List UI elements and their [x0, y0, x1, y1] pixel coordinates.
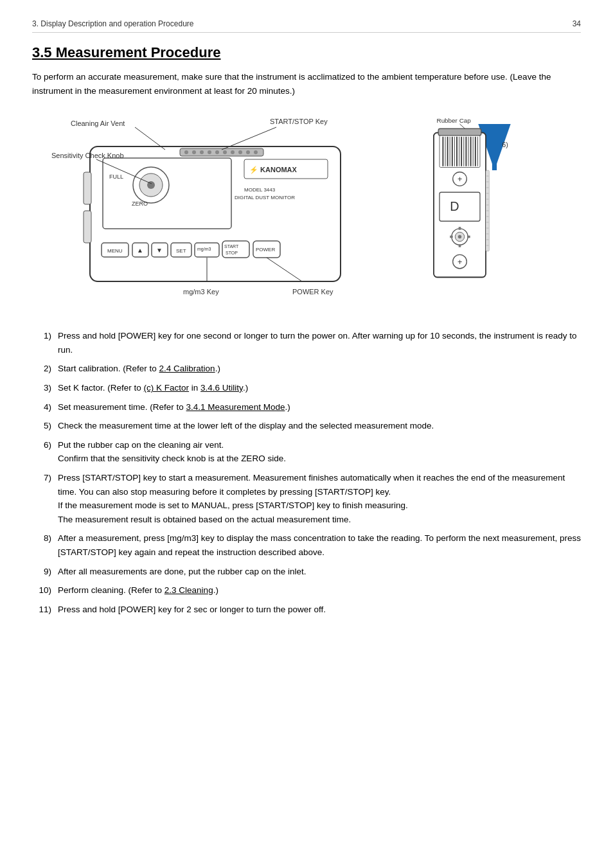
- svg-rect-82: [450, 236, 453, 238]
- link-cleaning[interactable]: 2.3 Cleaning: [164, 585, 213, 595]
- instruction-num: 4): [32, 400, 51, 414]
- instruction-num: 8): [32, 531, 51, 545]
- instruction-num: 2): [32, 362, 51, 376]
- instruction-content: Check the measurement time at the lower …: [58, 419, 581, 433]
- instructions-list: 1) Press and hold [POWER] key for one se…: [32, 329, 581, 616]
- svg-rect-75: [440, 192, 480, 221]
- svg-point-29: [200, 150, 204, 154]
- svg-text:MENU: MENU: [107, 248, 123, 254]
- instruction-9: 9) After all measurements are done, put …: [32, 565, 581, 579]
- link-k-factor[interactable]: (c) K Factor: [144, 383, 190, 393]
- instruction-1: 1) Press and hold [POWER] key for one se…: [32, 329, 581, 357]
- svg-rect-56: [440, 136, 480, 168]
- svg-point-35: [246, 150, 250, 154]
- svg-text:STOP: STOP: [226, 251, 238, 255]
- device-diagram: FULL ZERO ⚡ KANOMAX MODEL 3443 DIGITAL D…: [32, 108, 392, 314]
- svg-text:6): 6): [502, 141, 508, 148]
- svg-rect-83: [467, 236, 470, 238]
- instruction-content: Set K factor. (Refer to (c) K Factor in …: [58, 381, 581, 395]
- svg-rect-55: [438, 128, 481, 136]
- instruction-num: 5): [32, 419, 51, 433]
- instruction-6: 6) Put the rubber cap on the cleaning ai…: [32, 438, 581, 466]
- side-diagram: Rubber Cap 6): [405, 108, 520, 314]
- svg-point-31: [215, 150, 219, 154]
- svg-rect-38: [84, 211, 91, 243]
- svg-text:MODEL 3443: MODEL 3443: [244, 187, 276, 193]
- instruction-10: 10) Perform cleaning. (Refer to 2.3 Clea…: [32, 583, 581, 598]
- svg-rect-81: [459, 244, 461, 247]
- instruction-content: Put the rubber cap on the cleaning air v…: [58, 438, 581, 466]
- instruction-num: 10): [32, 583, 51, 598]
- svg-text:START: START: [224, 244, 239, 249]
- instruction-subline: If the measurement mode is set to MANUAL…: [58, 499, 581, 513]
- instruction-num: 6): [32, 438, 51, 452]
- svg-point-33: [231, 150, 235, 154]
- instruction-content: Perform cleaning. (Refer to 2.3 Cleaning…: [58, 583, 581, 598]
- instruction-3: 3) Set K factor. (Refer to (c) K Factor …: [32, 381, 581, 395]
- section-title: 3.5 Measurement Procedure: [32, 44, 581, 61]
- svg-text:D: D: [450, 199, 459, 213]
- svg-text:Rubber Cap: Rubber Cap: [437, 117, 472, 124]
- svg-text:ZERO: ZERO: [132, 200, 148, 207]
- page-header: 3. Display Description and operation Pro…: [32, 19, 581, 33]
- svg-text:+: +: [458, 175, 462, 184]
- instruction-num: 1): [32, 329, 51, 343]
- svg-text:FULL: FULL: [109, 173, 123, 180]
- instruction-content: Press and hold [POWER] key for one secon…: [58, 329, 581, 357]
- svg-point-28: [192, 150, 196, 154]
- svg-point-36: [254, 150, 258, 154]
- instruction-num: 9): [32, 565, 51, 579]
- instruction-5: 5) Check the measurement time at the low…: [32, 419, 581, 433]
- instruction-7: 7) Press [START/STOP] key to start a mea…: [32, 471, 581, 526]
- instruction-num: 11): [32, 603, 51, 617]
- svg-text:START/STOP Key: START/STOP Key: [270, 118, 328, 125]
- instruction-num: 7): [32, 471, 51, 485]
- svg-text:DIGITAL DUST MONITOR: DIGITAL DUST MONITOR: [235, 195, 295, 200]
- instruction-subline: The measurement result is obtained based…: [58, 513, 581, 527]
- header-right: 34: [573, 19, 581, 28]
- link-utility[interactable]: 3.4.6 Utility: [200, 383, 243, 393]
- svg-rect-21: [222, 241, 249, 258]
- svg-rect-37: [84, 172, 91, 204]
- instruction-content: After all measurements are done, put the…: [58, 565, 581, 579]
- svg-point-32: [223, 150, 227, 154]
- header-left: 3. Display Description and operation Pro…: [32, 19, 193, 28]
- instruction-11: 11) Press and hold [POWER] key for 2 sec…: [32, 603, 581, 617]
- instruction-content: Press and hold [POWER] key for 2 sec or …: [58, 603, 581, 617]
- svg-text:⚡ KANOMAX: ⚡ KANOMAX: [249, 165, 298, 174]
- svg-point-27: [184, 150, 188, 154]
- instruction-content: After a measurement, press [mg/m3] key t…: [58, 531, 581, 559]
- instruction-4: 4) Set measurement time. (Refer to 3.4.1…: [32, 400, 581, 414]
- svg-text:▼: ▼: [156, 247, 163, 254]
- instruction-num: 3): [32, 381, 51, 395]
- svg-text:POWER: POWER: [256, 247, 275, 252]
- instruction-2: 2) Start calibration. (Refer to 2.4 Cali…: [32, 362, 581, 376]
- svg-text:mg/m3: mg/m3: [197, 247, 211, 252]
- svg-text:+: +: [458, 258, 462, 267]
- diagram-area: FULL ZERO ⚡ KANOMAX MODEL 3443 DIGITAL D…: [32, 108, 581, 314]
- instruction-content: Press [START/STOP] key to start a measur…: [58, 471, 581, 526]
- svg-text:SET: SET: [176, 248, 186, 254]
- intro-text: To perform an accurate measurement, make…: [32, 70, 581, 98]
- instruction-content: Set measurement time. (Refer to 3.4.1 Me…: [58, 400, 581, 414]
- svg-point-79: [458, 235, 461, 238]
- svg-text:Cleaning Air Vent: Cleaning Air Vent: [71, 120, 125, 127]
- instruction-8: 8) After a measurement, press [mg/m3] ke…: [32, 531, 581, 559]
- svg-text:mg/m3 Key: mg/m3 Key: [183, 288, 219, 296]
- link-calibration[interactable]: 2.4 Calibration: [159, 364, 215, 373]
- instruction-content: Start calibration. (Refer to 2.4 Calibra…: [58, 362, 581, 376]
- svg-text:POWER Key: POWER Key: [292, 288, 333, 296]
- svg-text:▲: ▲: [137, 247, 143, 254]
- instruction-subline: Confirm that the sensitivity check knob …: [58, 452, 581, 466]
- svg-rect-80: [459, 227, 461, 230]
- svg-point-34: [238, 150, 242, 154]
- svg-point-30: [208, 150, 211, 154]
- svg-text:Sensitivity Check Knob: Sensitivity Check Knob: [51, 152, 124, 159]
- link-measurement-mode[interactable]: 3.4.1 Measurement Mode: [186, 402, 285, 412]
